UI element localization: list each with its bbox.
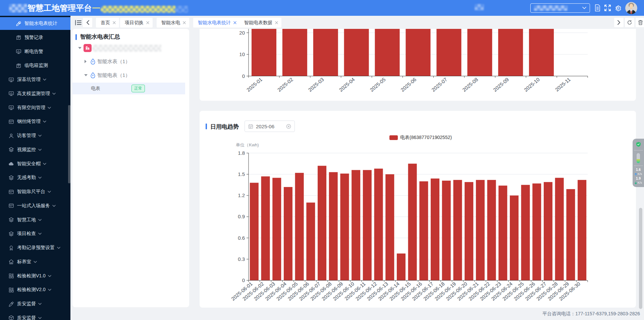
sidebar-item-label: 深基坑管理 bbox=[17, 77, 41, 83]
tab-delete-button[interactable] bbox=[636, 18, 644, 27]
map-pin-icon bbox=[16, 63, 21, 68]
project-select[interactable] bbox=[530, 3, 590, 13]
avatar[interactable] bbox=[625, 2, 637, 14]
close-icon[interactable] bbox=[183, 21, 186, 24]
close-icon[interactable] bbox=[233, 21, 236, 24]
sidebar-item-14[interactable]: 一站式入场服务 bbox=[0, 199, 70, 212]
chevron-down-icon bbox=[582, 7, 586, 9]
chevron-down-icon bbox=[48, 107, 51, 109]
tab-3[interactable]: 智能水电 bbox=[157, 18, 189, 28]
svg-text:0.9: 0.9 bbox=[238, 214, 245, 219]
tab-back-button[interactable] bbox=[83, 18, 92, 27]
sidebar-item-2[interactable]: 预警记录 bbox=[0, 31, 70, 44]
sidebar-item-16[interactable]: 项目检查 bbox=[0, 227, 70, 240]
monthly-usage-chart-card: 010202025-012025-022025-032025-042025-05… bbox=[200, 29, 636, 101]
layers-icon bbox=[8, 147, 14, 152]
close-icon[interactable] bbox=[113, 21, 116, 24]
sidebar-item-15[interactable]: 智慧工地 bbox=[0, 214, 70, 226]
svg-text:0: 0 bbox=[242, 73, 245, 79]
sidebar-item-6[interactable]: 高支模监测管理 bbox=[0, 87, 70, 100]
sidebar-item-13[interactable]: 智能靠尺平台 bbox=[0, 185, 70, 198]
panel-title: 智能水电表汇总 bbox=[80, 33, 120, 41]
svg-text:1.8: 1.8 bbox=[238, 150, 245, 156]
download-speed-value: 1.9 bbox=[633, 177, 644, 180]
sidebar-item-19[interactable]: 检验检测V1.0 bbox=[0, 270, 70, 282]
chevron-down-icon bbox=[52, 205, 56, 207]
tab-refresh-button[interactable] bbox=[625, 18, 634, 27]
tree-node-label[interactable]: 智能水表（1） bbox=[97, 58, 130, 65]
monitor-chart-icon bbox=[16, 49, 21, 54]
sidebar-item-label: 访客管理 bbox=[17, 133, 36, 139]
sidebar-item-10[interactable]: 视频监控 bbox=[0, 143, 70, 156]
box-icon bbox=[8, 315, 14, 320]
svg-text:2025-08: 2025-08 bbox=[461, 77, 479, 93]
sidebar-item-22[interactable]: 质安监督 bbox=[0, 312, 70, 320]
sidebar-item-4[interactable]: 临电箱监测 bbox=[0, 59, 70, 72]
tab-5[interactable]: 智能电表数据 bbox=[239, 18, 281, 28]
sidebar-scrollbar[interactable] bbox=[68, 105, 70, 183]
project-name-redacted bbox=[92, 45, 161, 52]
sidebar-item-11[interactable]: 智能安全帽 bbox=[0, 157, 70, 170]
fullscreen-icon[interactable] bbox=[604, 0, 611, 16]
close-icon[interactable] bbox=[275, 21, 278, 24]
sidebar-item-3[interactable]: 断电告警 bbox=[0, 45, 70, 58]
tab-forward-button[interactable] bbox=[614, 18, 624, 27]
svg-text:2025-09: 2025-09 bbox=[492, 77, 510, 93]
grid-icon bbox=[8, 273, 14, 279]
sidebar-item-label: 智能水电表统计 bbox=[24, 20, 57, 27]
daily-usage-chart: 00.30.60.91.21.51.82025-06-012025-06-022… bbox=[200, 111, 636, 308]
sidebar-item-7[interactable]: 有限空间管理 bbox=[0, 101, 70, 114]
tree-caret-expanded[interactable] bbox=[84, 74, 88, 76]
sidebar-item-17[interactable]: 考勤记录预警设置 bbox=[0, 241, 70, 254]
page-scrollbar[interactable] bbox=[639, 208, 642, 309]
system-monitor-widget[interactable]: 1.6 K/s 1.9 K/s bbox=[633, 139, 644, 187]
tab-label: 项目切换 bbox=[125, 20, 144, 26]
tree-caret-collapsed[interactable] bbox=[85, 60, 87, 63]
sidebar-item-18[interactable]: 标养室 bbox=[0, 256, 70, 268]
sidebar-item-5[interactable]: 深基坑管理 bbox=[0, 73, 70, 86]
title-dash: — bbox=[92, 0, 100, 16]
tree-leaf-label: 电表 bbox=[91, 86, 100, 92]
svg-text:20: 20 bbox=[239, 30, 245, 36]
sidebar-item-20[interactable]: 检验检测V2.0 bbox=[0, 283, 70, 296]
svg-text:1.2: 1.2 bbox=[238, 192, 245, 198]
sidebar-item-12[interactable]: 无感考勤 bbox=[0, 171, 70, 184]
sidebar-item-21[interactable]: 质安监督 bbox=[0, 298, 70, 310]
sidebar-nav: 智能水电表统计预警记录断电告警临电箱监测深基坑管理高支模监测管理有限空间管理钢丝… bbox=[0, 16, 70, 320]
tab-2[interactable]: 项目切换 bbox=[120, 18, 153, 28]
layers-icon bbox=[8, 231, 14, 237]
sidebar-item-label: 钢丝绳管理 bbox=[17, 119, 41, 125]
svg-text:0: 0 bbox=[242, 277, 245, 283]
layers-icon bbox=[8, 217, 14, 223]
tab-1[interactable]: 首页 bbox=[96, 18, 119, 28]
sidebar-item-9[interactable]: 访客管理 bbox=[0, 129, 70, 142]
collapse-sidebar-icon[interactable] bbox=[73, 18, 83, 27]
screen-frame-icon bbox=[8, 119, 14, 125]
gear-icon[interactable] bbox=[614, 0, 621, 16]
document-icon[interactable] bbox=[594, 0, 600, 16]
chevron-down-icon bbox=[52, 93, 56, 95]
svg-text:2025-03: 2025-03 bbox=[307, 77, 325, 93]
tab-4[interactable]: 智能水电表统计 bbox=[193, 18, 240, 28]
logo-redacted bbox=[9, 4, 27, 12]
sidebar-item-1[interactable]: 智能水电表统计 bbox=[0, 17, 70, 30]
chevron-down-icon bbox=[38, 233, 42, 235]
sidebar-item-label: 检验检测V1.0 bbox=[17, 273, 46, 279]
sidebar-item-8[interactable]: 钢丝绳管理 bbox=[0, 115, 70, 128]
sidebar-item-label: 临电箱监测 bbox=[24, 62, 48, 68]
chevron-down-icon bbox=[38, 149, 42, 151]
svg-text:2025-11: 2025-11 bbox=[554, 77, 572, 93]
close-icon[interactable] bbox=[146, 21, 149, 24]
sidebar-item-label: 考勤记录预警设置 bbox=[17, 245, 55, 251]
sidebar-item-label: 有限空间管理 bbox=[17, 105, 45, 111]
map-pin-icon bbox=[16, 35, 21, 40]
chevron-down-icon bbox=[34, 261, 37, 263]
chevron-down-icon bbox=[38, 135, 42, 137]
tree-leaf-row-selected[interactable]: 电表 正常 bbox=[72, 83, 185, 94]
chevron-down-icon bbox=[38, 177, 42, 179]
tree-node-label[interactable]: 智能电表（1） bbox=[97, 72, 130, 79]
sidebar-item-label: 视频监控 bbox=[17, 147, 36, 153]
svg-text:2025-04: 2025-04 bbox=[338, 77, 356, 93]
tab-label: 智能电表数据 bbox=[244, 20, 272, 26]
tree-caret-expanded[interactable] bbox=[78, 47, 82, 49]
